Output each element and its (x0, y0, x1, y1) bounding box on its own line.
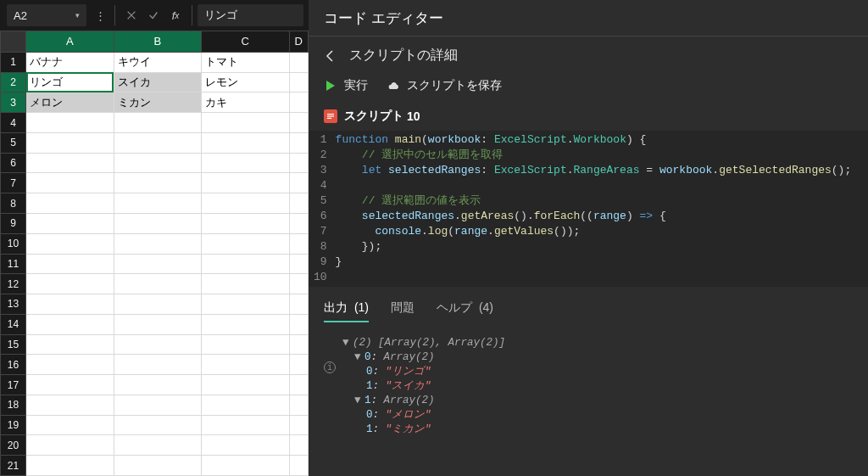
cell[interactable] (114, 233, 202, 254)
cell[interactable] (26, 334, 114, 355)
cell[interactable] (289, 173, 308, 193)
cell[interactable] (26, 274, 114, 294)
cancel-button[interactable] (120, 4, 142, 26)
cell[interactable] (26, 294, 114, 315)
cell[interactable] (289, 52, 308, 72)
cell[interactable] (202, 355, 290, 375)
cell[interactable] (202, 415, 290, 435)
tab-output[interactable]: 出力 (1) (324, 300, 369, 322)
cell[interactable] (202, 334, 290, 355)
menu-icon[interactable]: ⋮ (92, 9, 109, 22)
row-header[interactable]: 16 (1, 355, 26, 375)
cell[interactable] (202, 254, 290, 274)
cell[interactable] (202, 113, 290, 133)
cell[interactable] (289, 92, 308, 113)
cell[interactable] (202, 274, 290, 294)
column-header[interactable]: A (26, 31, 114, 53)
cell[interactable] (114, 435, 202, 456)
cell[interactable] (289, 233, 308, 254)
save-button[interactable]: スクリプトを保存 (387, 78, 502, 93)
cell[interactable] (26, 314, 114, 334)
cell[interactable] (26, 214, 114, 234)
cell[interactable] (289, 375, 308, 395)
cell[interactable] (202, 132, 290, 153)
spreadsheet-grid[interactable]: ABCD1バナナキウイトマト2リンゴスイカレモン3メロンミカンカキ4567891… (0, 31, 309, 476)
row-header[interactable]: 13 (1, 294, 26, 315)
cell[interactable] (114, 193, 202, 214)
cell[interactable]: バナナ (26, 52, 114, 72)
cell[interactable] (26, 456, 114, 476)
row-header[interactable]: 5 (1, 132, 26, 153)
column-header[interactable]: D (289, 31, 308, 53)
cell[interactable] (289, 294, 308, 315)
cell[interactable] (202, 294, 290, 315)
row-header[interactable]: 4 (1, 113, 26, 133)
row-header[interactable]: 2 (1, 72, 26, 92)
cell[interactable] (289, 334, 308, 355)
cell[interactable] (114, 214, 202, 234)
row-header[interactable]: 1 (1, 52, 26, 72)
row-header[interactable]: 21 (1, 456, 26, 476)
cell[interactable] (114, 395, 202, 415)
cell[interactable] (202, 173, 290, 193)
cell[interactable] (114, 113, 202, 133)
cell[interactable]: リンゴ (26, 72, 114, 92)
cell[interactable] (289, 214, 308, 234)
cell[interactable] (26, 435, 114, 456)
run-button[interactable]: 実行 (324, 78, 368, 93)
cell[interactable] (114, 314, 202, 334)
row-header[interactable]: 8 (1, 193, 26, 214)
row-header[interactable]: 18 (1, 395, 26, 415)
cell[interactable] (114, 334, 202, 355)
cell[interactable] (114, 375, 202, 395)
select-all-corner[interactable] (1, 31, 26, 53)
cell[interactable] (289, 355, 308, 375)
cell[interactable] (114, 254, 202, 274)
code-content[interactable]: function main(workbook: ExcelScript.Work… (336, 131, 868, 287)
row-header[interactable]: 11 (1, 254, 26, 274)
cell[interactable] (289, 456, 308, 476)
cell[interactable]: レモン (202, 72, 290, 92)
row-header[interactable]: 19 (1, 415, 26, 435)
cell[interactable] (114, 355, 202, 375)
cell[interactable] (26, 254, 114, 274)
cell[interactable] (114, 173, 202, 193)
cell[interactable]: カキ (202, 92, 290, 113)
cell[interactable] (289, 153, 308, 173)
cell[interactable] (26, 233, 114, 254)
cell[interactable] (202, 456, 290, 476)
cell[interactable] (202, 375, 290, 395)
row-header[interactable]: 6 (1, 153, 26, 173)
cell[interactable] (202, 153, 290, 173)
cell[interactable]: メロン (26, 92, 114, 113)
confirm-button[interactable] (142, 4, 164, 26)
row-header[interactable]: 12 (1, 274, 26, 294)
cell[interactable]: キウイ (114, 52, 202, 72)
cell[interactable] (289, 113, 308, 133)
cell[interactable] (289, 435, 308, 456)
cell[interactable] (202, 214, 290, 234)
cell[interactable] (114, 294, 202, 315)
row-header[interactable]: 14 (1, 314, 26, 334)
cell[interactable] (289, 274, 308, 294)
row-header[interactable]: 15 (1, 334, 26, 355)
cell[interactable] (289, 314, 308, 334)
row-header[interactable]: 9 (1, 214, 26, 234)
cell[interactable] (26, 113, 114, 133)
cell[interactable] (114, 415, 202, 435)
row-header[interactable]: 20 (1, 435, 26, 456)
tab-help[interactable]: ヘルプ (4) (437, 300, 493, 322)
cell[interactable] (202, 233, 290, 254)
fx-button[interactable]: fx (164, 4, 186, 26)
cell[interactable] (26, 173, 114, 193)
cell[interactable] (26, 153, 114, 173)
cell[interactable] (289, 395, 308, 415)
output-tree[interactable]: ▼(2) [Array(2), Array(2)]▼0: Array(2)0: … (342, 336, 505, 437)
code-editor[interactable]: 12345678910 function main(workbook: Exce… (309, 131, 868, 287)
cell[interactable] (26, 375, 114, 395)
cell[interactable] (114, 132, 202, 153)
cell[interactable]: トマト (202, 52, 290, 72)
cell[interactable] (26, 132, 114, 153)
row-header[interactable]: 3 (1, 92, 26, 113)
column-header[interactable]: C (202, 31, 290, 53)
